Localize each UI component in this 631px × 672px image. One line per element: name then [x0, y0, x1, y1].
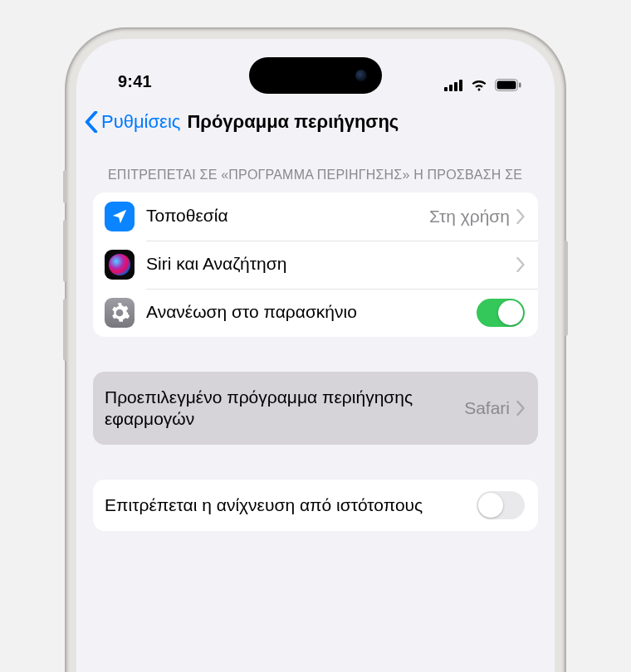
row-location[interactable]: Τοποθεσία Στη χρήση: [93, 192, 538, 241]
row-siri[interactable]: Siri και Αναζήτηση: [93, 241, 538, 289]
siri-icon: [105, 250, 135, 280]
svg-rect-1: [449, 85, 452, 91]
chevron-right-icon: [516, 209, 525, 224]
page-title: Πρόγραμμα περιήγησης: [187, 111, 399, 133]
svg-rect-6: [519, 83, 521, 88]
wifi-icon: [470, 79, 488, 91]
row-background-refresh: Ανανέωση στο παρασκήνιο: [93, 289, 538, 337]
row-label: Τοποθεσία: [146, 205, 429, 226]
svg-rect-3: [459, 80, 462, 91]
row-default-browser[interactable]: Προεπιλεγμένο πρόγραμμα περιήγησης εφαρμ…: [93, 372, 538, 446]
row-label: Επιτρέπεται η ανίχνευση από ιστότοπους: [105, 486, 477, 524]
volume-up-button: [63, 220, 66, 282]
svg-rect-0: [444, 87, 448, 91]
row-label: Siri και Αναζήτηση: [146, 253, 516, 275]
section-header-access: ΕΠΙΤΡΕΠΕΤΑΙ ΣΕ «ΠΡΟΓΡΑΜΜΑ ΠΕΡΙΗΓΗΣΗΣ» Η …: [93, 148, 538, 192]
side-button: [63, 170, 66, 203]
status-time: 9:41: [118, 72, 152, 91]
group-tracking: Επιτρέπεται η ανίχνευση από ιστότοπους: [93, 480, 538, 531]
gear-icon: [105, 298, 135, 328]
svg-rect-2: [454, 82, 457, 91]
svg-rect-5: [497, 81, 516, 90]
power-button: [565, 241, 568, 336]
chevron-right-icon: [516, 257, 525, 272]
battery-icon: [495, 79, 521, 91]
nav-bar: Ρυθμίσεις Πρόγραμμα περιήγησης: [76, 101, 555, 148]
status-icons: [444, 79, 521, 91]
front-camera-icon: [355, 70, 367, 81]
cellular-icon: [444, 80, 463, 91]
volume-down-button: [63, 299, 66, 361]
background-refresh-toggle[interactable]: [477, 299, 525, 327]
chevron-left-icon: [85, 111, 98, 133]
row-label: Ανανέωση στο παρασκήνιο: [146, 301, 477, 323]
row-value: Στη χρήση: [429, 207, 510, 226]
location-icon: [105, 202, 135, 231]
group-access: Τοποθεσία Στη χρήση Siri και Αναζήτηση Α: [93, 192, 538, 337]
group-default-browser: Προεπιλεγμένο πρόγραμμα περιήγησης εφαρμ…: [93, 372, 538, 446]
row-value: Safari: [464, 398, 510, 418]
tracking-toggle[interactable]: [477, 491, 525, 519]
row-label: Προεπιλεγμένο πρόγραμμα περιήγησης εφαρμ…: [105, 378, 464, 439]
dynamic-island: [249, 57, 382, 94]
row-tracking: Επιτρέπεται η ανίχνευση από ιστότοπους: [93, 480, 538, 531]
chevron-right-icon: [516, 401, 525, 416]
phone-frame: 9:41 Ρυθμίσεις Πρόγραμμα περιήγησης ΕΠΙΤ…: [66, 29, 565, 672]
content: ΕΠΙΤΡΕΠΕΤΑΙ ΣΕ «ΠΡΟΓΡΑΜΜΑ ΠΕΡΙΗΓΗΣΗΣ» Η …: [76, 148, 555, 531]
back-button[interactable]: Ρυθμίσεις: [85, 111, 180, 133]
back-label: Ρυθμίσεις: [101, 111, 180, 133]
screen: 9:41 Ρυθμίσεις Πρόγραμμα περιήγησης ΕΠΙΤ…: [76, 39, 555, 672]
